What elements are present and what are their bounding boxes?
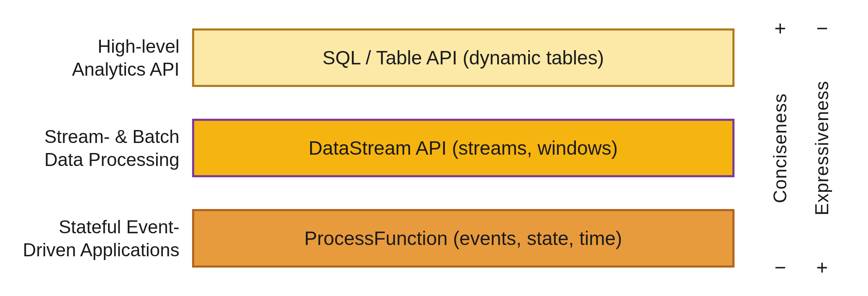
diagram-container: High-level Analytics API Stream- & Batch… — [0, 0, 868, 296]
label-line: Driven Applications — [23, 240, 180, 260]
axis-bottom-sign: + — [816, 258, 828, 278]
axis-top-sign: − — [816, 18, 828, 38]
axis-label: Conciseness — [770, 93, 791, 203]
axis-conciseness: + Conciseness − — [770, 18, 791, 278]
layer-datastream-api: DataStream API (streams, windows) — [192, 119, 734, 177]
label-stream-batch: Stream- & Batch Data Processing — [17, 125, 180, 171]
label-line: Stateful Event- — [59, 217, 180, 237]
label-line: Data Processing — [44, 149, 180, 170]
label-line: Analytics API — [72, 59, 180, 79]
layers-column: SQL / Table API (dynamic tables) DataStr… — [192, 13, 734, 283]
layer-processfunction: ProcessFunction (events, state, time) — [192, 209, 734, 268]
label-stateful-event: Stateful Event- Driven Applications — [17, 215, 180, 261]
axis-top-sign: + — [774, 18, 786, 38]
labels-column: High-level Analytics API Stream- & Batch… — [17, 13, 192, 283]
label-line: Stream- & Batch — [44, 126, 180, 147]
axis-label: Expressiveness — [812, 81, 832, 215]
label-high-level-analytics: High-level Analytics API — [17, 35, 180, 81]
axis-expressiveness: − Expressiveness + — [812, 18, 832, 278]
layer-text: SQL / Table API (dynamic tables) — [323, 46, 604, 69]
axis-bottom-sign: − — [774, 258, 786, 278]
label-line: High-level — [98, 36, 180, 56]
layer-text: ProcessFunction (events, state, time) — [304, 227, 622, 250]
layer-text: DataStream API (streams, windows) — [308, 137, 618, 159]
axes-column: + Conciseness − − Expressiveness + — [734, 13, 851, 283]
layer-sql-table-api: SQL / Table API (dynamic tables) — [192, 28, 734, 87]
